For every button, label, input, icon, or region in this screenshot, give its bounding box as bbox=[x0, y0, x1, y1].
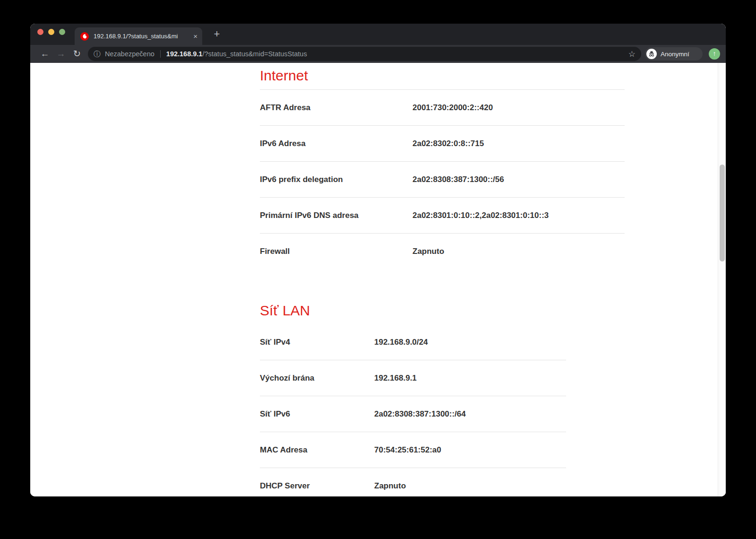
tab-title: 192.168.9.1/?status_status&mi bbox=[94, 32, 189, 40]
table-row: Síť IPv6 2a02:8308:387:1300::/64 bbox=[260, 396, 566, 432]
internet-section-title: Internet bbox=[260, 68, 308, 83]
zoom-window-button[interactable] bbox=[59, 29, 65, 35]
row-value: 2a02:8308:387:1300::/64 bbox=[374, 409, 466, 419]
vodafone-favicon-icon bbox=[80, 32, 89, 41]
row-label: Síť IPv4 bbox=[260, 338, 374, 347]
bookmark-star-icon[interactable]: ☆ bbox=[628, 49, 636, 59]
incognito-label: Anonymní bbox=[661, 51, 689, 58]
row-value: 2a02:8301:0:10::2,2a02:8301:0:10::3 bbox=[412, 211, 549, 220]
table-row: MAC Adresa 70:54:25:61:52:a0 bbox=[260, 432, 566, 468]
incognito-badge: Anonymní bbox=[645, 47, 703, 61]
row-value: Zapnuto bbox=[374, 481, 406, 491]
row-label: Primární IPv6 DNS adresa bbox=[260, 211, 412, 220]
browser-tab[interactable]: 192.168.9.1/?status_status&mi × bbox=[75, 27, 202, 45]
row-value: Zapnuto bbox=[412, 247, 444, 256]
row-label: IPv6 prefix delegation bbox=[260, 175, 412, 184]
row-value: 192.168.9.0/24 bbox=[374, 338, 428, 347]
table-row: DHCP Server Zapnuto bbox=[260, 468, 566, 496]
row-label: IPv6 Adresa bbox=[260, 139, 412, 148]
security-label[interactable]: Nezabezpečeno bbox=[105, 50, 155, 58]
site-info-icon[interactable]: ⓘ bbox=[94, 50, 101, 59]
row-label: AFTR Adresa bbox=[260, 103, 412, 113]
extension-upload-icon[interactable]: ↑ bbox=[709, 48, 720, 60]
table-row: AFTR Adresa 2001:730:2000:2::420 bbox=[260, 90, 625, 126]
row-label: Výchozí brána bbox=[260, 374, 374, 383]
forward-icon[interactable]: → bbox=[53, 46, 69, 62]
reload-icon[interactable]: ↻ bbox=[69, 46, 85, 62]
url-path: /?status_status&mid=StatusStatus bbox=[202, 50, 307, 58]
tab-strip: 192.168.9.1/?status_status&mi × + bbox=[30, 24, 726, 45]
traffic-lights bbox=[37, 29, 65, 35]
row-value: 2a02:8302:0:8::715 bbox=[412, 139, 484, 148]
lan-info-table: Síť IPv4 192.168.9.0/24 Výchozí brána 19… bbox=[260, 324, 566, 496]
page-content: Internet AFTR Adresa 2001:730:2000:2::42… bbox=[30, 63, 726, 496]
table-row: IPv6 prefix delegation 2a02:8308:387:130… bbox=[260, 162, 625, 198]
incognito-icon bbox=[646, 49, 657, 59]
minimize-window-button[interactable] bbox=[48, 29, 54, 35]
row-value: 2001:730:2000:2::420 bbox=[412, 103, 493, 113]
table-row: Firewall Zapnuto bbox=[260, 234, 625, 270]
new-tab-button[interactable]: + bbox=[210, 27, 224, 41]
row-label: MAC Adresa bbox=[260, 445, 374, 455]
row-label: DHCP Server bbox=[260, 481, 374, 491]
row-label: Síť IPv6 bbox=[260, 409, 374, 419]
table-row: IPv6 Adresa 2a02:8302:0:8::715 bbox=[260, 126, 625, 162]
browser-window: 192.168.9.1/?status_status&mi × + ← → ↻ … bbox=[30, 24, 726, 496]
scrollbar-thumb[interactable] bbox=[720, 165, 725, 261]
table-row: Výchozí brána 192.168.9.1 bbox=[260, 360, 566, 396]
url-host: 192.168.9.1 bbox=[166, 50, 203, 58]
lan-section-title: Síť LAN bbox=[260, 303, 310, 318]
scrollbar-track[interactable] bbox=[718, 63, 726, 496]
omnibox-divider bbox=[160, 50, 161, 58]
row-value: 2a02:8308:387:1300::/56 bbox=[412, 175, 504, 184]
back-icon[interactable]: ← bbox=[37, 46, 53, 62]
row-value: 192.168.9.1 bbox=[374, 374, 417, 383]
row-value: 70:54:25:61:52:a0 bbox=[374, 445, 441, 455]
browser-toolbar: ← → ↻ ⓘ Nezabezpečeno 192.168.9.1 /?stat… bbox=[30, 45, 726, 63]
table-row: Síť IPv4 192.168.9.0/24 bbox=[260, 324, 566, 360]
close-window-button[interactable] bbox=[37, 29, 43, 35]
tab-close-icon[interactable]: × bbox=[193, 33, 198, 40]
table-row: Primární IPv6 DNS adresa 2a02:8301:0:10:… bbox=[260, 198, 625, 234]
address-bar[interactable]: ⓘ Nezabezpečeno 192.168.9.1 /?status_sta… bbox=[88, 47, 641, 61]
row-label: Firewall bbox=[260, 247, 412, 256]
internet-info-table: AFTR Adresa 2001:730:2000:2::420 IPv6 Ad… bbox=[260, 89, 625, 270]
